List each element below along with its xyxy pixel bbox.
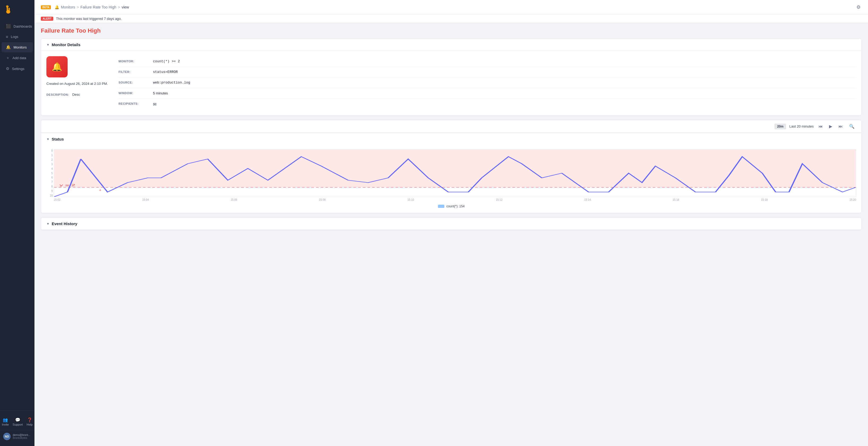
- svg-rect-5: [6, 5, 7, 6]
- chart-y-axis: 10 9 8 7 6 5 4 3 2 1 0: [46, 149, 53, 197]
- monitor-details-card: ▼ Monitor Details 🔔 Created on August 26…: [41, 38, 862, 116]
- y-label-8: 8: [46, 185, 53, 188]
- alert-zone: [54, 150, 856, 187]
- alert-badge: ALERT: [41, 17, 53, 21]
- svg-rect-6: [7, 5, 8, 6]
- user-org: BrontoBytes: [13, 437, 31, 439]
- monitor-label: MONITOR:: [119, 59, 148, 63]
- sidebar-item-dashboards[interactable]: ⬛ Dashboards: [2, 21, 33, 31]
- monitor-properties: MONITOR: count(*) >= 2 FILTER: status=ER…: [119, 56, 856, 110]
- sidebar-item-add-data[interactable]: ＋ Add data: [2, 53, 33, 63]
- prop-row-filter: FILTER: status=ERROR: [119, 67, 856, 78]
- bronto-logo-icon: [3, 4, 13, 14]
- fast-forward-button[interactable]: ⏭: [837, 123, 844, 130]
- x-label-1504: 15:04: [142, 198, 149, 201]
- prop-row-source: SOURCE: web:production.log: [119, 78, 856, 88]
- sidebar-item-settings[interactable]: ⚙ Settings: [2, 64, 33, 74]
- chevron-down-icon: ▼: [46, 43, 50, 47]
- svg-point-3: [6, 6, 9, 8]
- add-data-icon: ＋: [6, 55, 10, 60]
- y-label-3: 3: [46, 163, 53, 166]
- breadcrumb-monitors[interactable]: Monitors: [61, 5, 75, 9]
- chart-wrap: 10 9 8 7 6 5 4 3 2 1 0: [46, 149, 856, 202]
- top-header: BETA 🔔 Monitors > Failure Rate Too High …: [34, 0, 868, 14]
- x-label-1502: 15:02: [54, 198, 60, 201]
- settings-gear-button[interactable]: ⚙: [855, 3, 862, 11]
- recipients-label: RECIPIENTS:: [119, 102, 148, 107]
- y-label-5: 5: [46, 172, 53, 175]
- sidebar-item-help[interactable]: ❓ Help: [26, 415, 34, 428]
- prop-row-monitor: MONITOR: count(*) >= 2: [119, 56, 856, 67]
- sidebar-item-logs[interactable]: ≡ Logs: [2, 32, 33, 41]
- event-history-header[interactable]: ▼ Event History: [41, 218, 861, 230]
- monitor-details-title: Monitor Details: [52, 42, 80, 47]
- page-title: Failure Rate Too High: [41, 27, 862, 34]
- alert-banner: ALERT This monitor was last triggered 7 …: [34, 14, 868, 23]
- description-label: DESCRIPTION:: [46, 93, 69, 96]
- x-label-1512: 15:12: [496, 198, 502, 201]
- y-label-2: 2: [46, 158, 53, 161]
- window-label: WINDOW:: [119, 91, 148, 95]
- zoom-button[interactable]: 🔍: [847, 123, 856, 130]
- y-label-7: 7: [46, 181, 53, 183]
- monitor-details-body: 🔔 Created on August 26, 2024 at 2:10 PM.…: [41, 51, 861, 115]
- x-label-1508: 15:08: [319, 198, 326, 201]
- x-label-1520: 15:20: [849, 198, 856, 201]
- x-label-1514: 15:14: [584, 198, 591, 201]
- x-label-1510: 15:10: [407, 198, 414, 201]
- threshold-arrow: ↓: [98, 188, 102, 191]
- x-label-1506: 15:06: [231, 198, 237, 201]
- alert-message: This monitor was last triggered 7 days a…: [56, 17, 122, 21]
- x-label-1518: 15:18: [761, 198, 768, 201]
- monitor-icon-box: 🔔: [46, 56, 68, 78]
- x-label-1516: 15:16: [673, 198, 679, 201]
- svg-rect-1: [7, 7, 8, 12]
- chart-x-labels: 15:02 15:04 15:06 15:08 15:10 15:12 15:1…: [54, 197, 856, 202]
- sidebar-bottom: 👥 Invite 💬 Support ❓ Help ND demo@bronto…: [0, 410, 34, 446]
- source-label: SOURCE:: [119, 81, 148, 85]
- monitor-icon-col: 🔔 Created on August 26, 2024 at 2:10 PM.…: [46, 56, 108, 110]
- chart-legend: count(*): 154: [46, 202, 856, 210]
- support-icon: 💬: [15, 417, 21, 422]
- time-range-label: Last 20 minutes: [789, 124, 814, 128]
- beta-badge: BETA: [41, 5, 51, 9]
- y-label-1: 1: [46, 154, 53, 157]
- alert-bell-icon: 🔔: [52, 62, 62, 72]
- breadcrumb-monitor-name[interactable]: Failure Rate Too High: [80, 5, 116, 9]
- source-value: web:production.log: [153, 81, 190, 85]
- legend-color-swatch: [438, 205, 444, 208]
- logs-icon: ≡: [6, 34, 8, 39]
- invite-icon: 👥: [3, 417, 8, 422]
- description-value: Desc: [72, 93, 80, 96]
- time-range-badge[interactable]: 20m: [774, 124, 786, 129]
- logo[interactable]: [0, 0, 34, 19]
- prop-row-window: WINDOW: 5 minutes: [119, 88, 856, 99]
- status-chart: y ≥ 2 ↓: [54, 149, 856, 197]
- page-content: Failure Rate Too High ▼ Monitor Details …: [34, 23, 868, 239]
- monitors-icon: 🔔: [6, 45, 11, 50]
- monitor-value: count(*) >= 2: [153, 59, 180, 63]
- sidebar-nav: ⬛ Dashboards ≡ Logs 🔔 Monitors ＋ Add dat…: [0, 19, 34, 410]
- user-section[interactable]: ND demo@brontoby... BrontoBytes: [0, 430, 34, 443]
- user-info: demo@brontoby... BrontoBytes: [13, 434, 31, 439]
- avatar: ND: [3, 433, 10, 440]
- status-header[interactable]: ▼ Status: [41, 133, 861, 145]
- help-icon: ❓: [27, 417, 32, 422]
- sidebar: ⬛ Dashboards ≡ Logs 🔔 Monitors ＋ Add dat…: [0, 0, 34, 446]
- sidebar-item-invite[interactable]: 👥 Invite: [1, 415, 10, 428]
- prop-row-recipients: RECIPIENTS: ✉: [119, 99, 856, 110]
- breadcrumb: BETA 🔔 Monitors > Failure Rate Too High …: [41, 5, 129, 9]
- sidebar-item-monitors[interactable]: 🔔 Monitors: [2, 42, 33, 52]
- chart-container: 10 9 8 7 6 5 4 3 2 1 0: [41, 145, 861, 213]
- created-text: Created on August 26, 2024 at 2:10 PM.: [46, 82, 108, 86]
- rewind-button[interactable]: ⏮: [817, 123, 824, 130]
- event-history-chevron-icon: ▼: [46, 222, 50, 226]
- sidebar-item-support[interactable]: 💬 Support: [12, 415, 24, 428]
- user-email: demo@brontoby...: [13, 434, 31, 437]
- breadcrumb-view: view: [122, 5, 129, 9]
- status-chevron-icon: ▼: [46, 137, 50, 141]
- legend-label: count(*): 154: [446, 204, 465, 208]
- play-button[interactable]: ▶: [828, 123, 834, 130]
- y-label-9: 9: [46, 189, 53, 192]
- monitor-details-header[interactable]: ▼ Monitor Details: [41, 39, 861, 51]
